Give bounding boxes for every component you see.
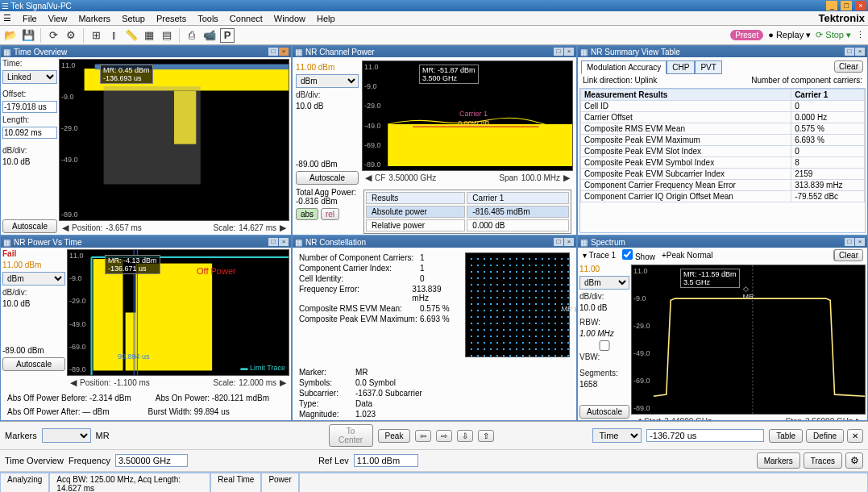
panel-close-button[interactable]: × (564, 48, 574, 56)
autoscale-button[interactable]: Autoscale (2, 357, 65, 371)
spectrum-plot[interactable]: 11.0 -9.0 -29.0 -49.0 -69.0 -89.0 MR: -1… (631, 265, 866, 415)
pvt-plot[interactable]: 11.0 -9.0 -29.0 -49.0 -69.0 -89.0 (67, 249, 289, 376)
panel-close-button[interactable]: × (279, 48, 289, 56)
panel-spectrum: ▦Spectrum □× ▾ Trace 1 Show +Peak Normal… (577, 236, 868, 421)
preset-button[interactable]: Preset (730, 30, 763, 40)
stop-control[interactable]: ⟳ Stop ▾ (816, 30, 851, 40)
menu-connect[interactable]: Connect (230, 14, 263, 23)
to-center-button[interactable]: To Center (329, 424, 373, 447)
grid-icon[interactable]: ▦ (142, 28, 156, 43)
panel-max-button[interactable]: □ (268, 48, 278, 56)
panel-max-button[interactable]: □ (268, 238, 278, 246)
svg-rect-5 (104, 86, 201, 184)
menu-markers[interactable]: Markers (78, 14, 110, 23)
trace-dropdown[interactable]: ▾ Trace 1 (583, 251, 616, 260)
ref-lev-input[interactable] (354, 454, 418, 467)
menu-file[interactable]: File (23, 14, 37, 23)
peak-down-button[interactable]: ⇩ (457, 430, 473, 442)
chart-icon[interactable]: ⫿ (106, 28, 121, 43)
off-power-label: Off Power (197, 266, 236, 276)
open-icon[interactable]: 📂 (3, 28, 18, 43)
limit-trace-legend: ▬ Limit Trace (240, 364, 285, 372)
panel-max-button[interactable]: □ (845, 48, 854, 56)
status-acq: Acq BW: 125.00 MHz, Acq Length: 14.627 m… (49, 472, 210, 492)
menu-view[interactable]: View (48, 14, 68, 23)
frequency-input[interactable] (115, 454, 188, 467)
menu-tools[interactable]: Tools (197, 14, 218, 23)
autoscale-button[interactable]: Autoscale (296, 171, 359, 185)
power-label: 0.00W dB (458, 119, 490, 127)
show-checkbox[interactable]: Show (622, 249, 655, 261)
menu-help[interactable]: Help (317, 14, 335, 23)
ruler-icon[interactable]: 📏 (124, 28, 139, 43)
panel-close-button[interactable]: × (564, 238, 574, 246)
tab-chp[interactable]: CHP (667, 60, 695, 74)
more-icon[interactable]: ⋮ (856, 30, 865, 40)
menu-setup[interactable]: Setup (122, 14, 145, 23)
tab-pvt[interactable]: PVT (695, 60, 721, 74)
menu-presets[interactable]: Presets (156, 14, 186, 23)
top-value: 11.00 dBm (296, 63, 359, 72)
panel-icon: ▦ (3, 48, 11, 56)
peak-left-button[interactable]: ⇦ (415, 430, 431, 442)
peak-right-button[interactable]: ⇨ (436, 430, 452, 442)
marker-readout: MR: -11.59 dBm 3.5 GHz (680, 269, 740, 288)
layers-icon[interactable]: ▤ (160, 28, 174, 43)
marker-readout: MR: -51.87 dBm 3.500 GHz (419, 65, 479, 84)
markers-select[interactable] (42, 428, 91, 443)
panel-close-button[interactable]: × (855, 48, 865, 56)
camera-icon[interactable]: 📹 (202, 28, 217, 43)
rel-button[interactable]: rel (321, 208, 339, 220)
table-button[interactable]: Table (769, 429, 803, 443)
panel-icon: ▦ (580, 48, 588, 56)
panel-max-button[interactable]: □ (845, 238, 854, 246)
minimize-button[interactable]: _ (826, 1, 837, 10)
autoscale-button[interactable]: Autoscale (2, 219, 57, 233)
channel-power-plot[interactable]: 11.0 -9.0 -29.0 -49.0 -69.0 -89.0 MR: -5… (362, 60, 573, 171)
pos-left-icon[interactable]: ◀ (62, 223, 69, 233)
carrier-label: Carrier 1 (459, 110, 488, 118)
refresh-icon[interactable]: ⟳ (46, 28, 60, 43)
time-select[interactable]: Linked (2, 70, 57, 84)
constellation-plot[interactable]: MR ▶ (465, 252, 570, 357)
unit-select[interactable]: dBm (579, 276, 629, 290)
save-icon[interactable]: 💾 (21, 28, 35, 43)
panel-channel-power: ▦NR Channel Power □× Clear 11.00 dBm dBm… (292, 45, 577, 236)
unit-select[interactable]: dBm (2, 272, 65, 286)
menu-window[interactable]: Window (274, 14, 305, 23)
gear-icon[interactable]: ⚙ (64, 28, 78, 43)
time-value-input[interactable] (646, 429, 764, 442)
close-button[interactable]: × (855, 1, 866, 10)
snapshot-icon[interactable]: ⎙ (185, 28, 199, 43)
peak-up-button[interactable]: ⇧ (478, 430, 494, 442)
panel-close-button[interactable]: × (855, 238, 865, 246)
pos-right-icon[interactable]: ▶ (280, 223, 286, 233)
setup-icon[interactable]: ☰ (3, 13, 11, 23)
settings-gear-button[interactable]: ⚙ (845, 452, 863, 469)
abs-button[interactable]: abs (296, 208, 318, 220)
length-input[interactable] (2, 127, 57, 139)
summary-table[interactable]: Measurement ResultsCarrier 1 Cell ID0 Ca… (579, 88, 866, 233)
replay-control[interactable]: ● Replay ▾ (768, 30, 811, 40)
close-markers-button[interactable]: ✕ (847, 429, 863, 443)
display-icon[interactable]: ⊞ (89, 28, 103, 43)
panel-max-button[interactable]: □ (554, 238, 563, 246)
peak-button[interactable]: Peak (378, 429, 411, 443)
time-overview-plot[interactable]: 11.0 -9.0 -29.0 -49.0 -89.0 MR: 0.45 dBm… (59, 59, 289, 221)
offset-input[interactable] (2, 101, 57, 113)
vbw-checkbox[interactable]: VBW: (579, 340, 629, 361)
p-icon[interactable]: P (220, 28, 235, 43)
unit-select[interactable]: dBm (296, 74, 359, 88)
marker-readout: MR: 0.45 dBm -136.693 us (100, 65, 153, 84)
panel-close-button[interactable]: × (279, 238, 289, 246)
traces-button[interactable]: Traces (804, 452, 842, 469)
app-icon: ☰ (2, 2, 9, 10)
panel-max-button[interactable]: □ (554, 48, 563, 56)
define-button[interactable]: Define (806, 429, 844, 443)
autoscale-button[interactable]: Autoscale (579, 405, 629, 419)
burst-marker: 99.894 us (118, 352, 150, 361)
maximize-button[interactable]: □ (841, 1, 852, 10)
tab-mod-accuracy[interactable]: Modulation Accuracy (581, 60, 667, 74)
time-mode-select[interactable]: Time (592, 428, 642, 443)
markers-button[interactable]: Markers (757, 452, 800, 469)
